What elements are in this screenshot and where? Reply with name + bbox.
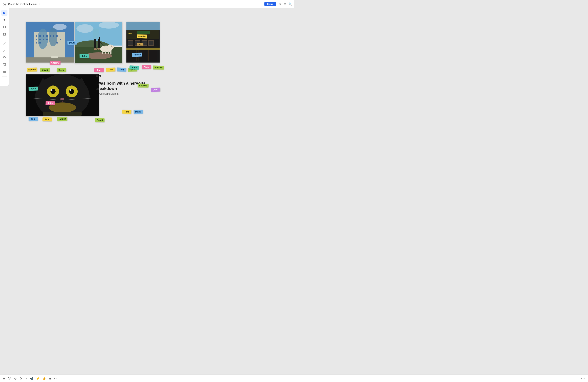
sticky-david-building-bottom2[interactable]: David [57,68,66,72]
shape-tool[interactable] [1,31,7,37]
svg-rect-28 [60,39,61,40]
svg-point-46 [112,46,114,48]
svg-text:THE: THE [128,32,132,34]
sticky-andrew-pub[interactable]: Andrew [153,65,164,69]
star-icon[interactable]: ☆ [38,3,41,5]
sticky-julie-cat-top[interactable]: Julie [29,87,38,91]
quote-section: ❝❞ I was born with a nervous breakdown —… [96,74,164,95]
sticky-julie-quote[interactable]: Julie [151,88,160,92]
svg-point-34 [99,22,119,29]
svg-rect-5 [4,64,5,65]
sticky-tom-dog3[interactable]: Tom [117,67,126,72]
svg-rect-16 [40,35,41,37]
svg-rect-3 [3,57,5,58]
sticky-natalie-cat[interactable]: Natalie [57,117,67,121]
svg-rect-25 [50,35,51,37]
select-tool[interactable] [1,10,7,16]
sticky-tom-dog2[interactable]: Tom [106,68,115,72]
svg-point-33 [77,24,93,33]
share-button[interactable]: Share [264,2,276,6]
svg-rect-19 [36,39,37,40]
sticky-david-quote-bottom[interactable]: David [95,118,105,122]
quote-attribution: — Yves Saint Laurent [96,92,164,95]
svg-rect-49 [108,51,109,54]
svg-rect-8 [3,72,4,73]
sticky-tom-dog1[interactable]: Tom [94,68,104,72]
svg-point-77 [69,89,71,91]
sticky-julie-dog[interactable]: Julie [80,54,89,58]
svg-rect-56 [137,31,150,34]
sticky-natalie-pub-top[interactable]: Natalie [137,34,147,38]
svg-rect-7 [5,71,5,72]
sticky-tom-quote[interactable]: Tom [122,110,131,114]
sticky-tom-pub[interactable]: Tom [142,65,151,69]
title-area: Guess the artist ice breaker ☆ ↑ [8,3,43,5]
text-tool[interactable]: T [1,17,7,23]
search-icon[interactable]: 🔍 [289,2,292,6]
svg-rect-22 [46,39,48,40]
sticky-andrew-quote[interactable]: Andrew [138,84,148,87]
svg-rect-63 [148,49,157,61]
cat-image [26,74,99,116]
svg-point-14 [49,28,57,46]
svg-rect-18 [46,35,48,37]
sticky-julie-cat-mid[interactable]: Julie [45,101,55,105]
header: Guess the artist ice breaker ☆ ↑ Share ⚙… [0,0,294,8]
comment-tool[interactable] [1,55,7,61]
svg-rect-29 [56,42,58,43]
sticky-david-building-bottom1[interactable]: David [40,68,50,72]
svg-rect-1 [3,33,5,35]
more-tools[interactable]: ··· [1,78,7,84]
svg-rect-27 [56,35,58,37]
frame-tool[interactable] [1,62,7,68]
svg-rect-6 [3,71,4,72]
sticky-natalie-building[interactable]: Natalie [27,67,37,72]
sticky-julie-pub[interactable]: Julie [129,65,139,70]
svg-rect-9 [5,72,5,73]
sticky-tom-cat2[interactable]: Tom [42,117,52,122]
svg-rect-38 [94,37,96,49]
pen-tool[interactable] [1,47,7,54]
canvas: THE PIES [9,8,294,191]
svg-rect-64 [126,48,160,50]
svg-point-76 [51,89,53,91]
svg-rect-48 [105,51,106,54]
left-toolbar: T ··· [0,8,9,86]
home-button[interactable] [2,2,7,6]
svg-text:PIES: PIES [137,43,141,45]
sticky-david-building-top[interactable]: David [67,41,77,45]
svg-rect-15 [36,35,37,37]
sticky-andrew-building[interactable]: Andrew [50,61,61,65]
svg-rect-42 [93,29,99,39]
sticky-tom-cat1[interactable]: Tom [29,117,38,121]
svg-line-2 [3,42,5,44]
sticky-david-quote[interactable]: David [134,110,143,114]
pub-image: THE PIES [126,22,160,63]
svg-point-41 [97,48,101,50]
svg-point-78 [60,98,64,100]
export-icon[interactable]: ↑ [42,3,43,5]
svg-rect-57 [128,41,133,45]
svg-rect-86 [43,112,82,116]
svg-rect-39 [98,37,100,49]
svg-rect-21 [43,39,44,40]
svg-rect-20 [40,39,41,40]
sticky-natalie-pub-mid[interactable]: Natalie [132,53,142,57]
svg-rect-24 [40,42,41,43]
svg-rect-4 [3,64,6,66]
line-tool[interactable] [1,40,7,46]
present-icon[interactable]: ◎ [284,2,286,6]
svg-rect-31 [51,56,58,58]
building-image [26,22,74,63]
svg-rect-23 [36,42,37,43]
svg-rect-26 [53,35,54,37]
svg-point-40 [94,48,97,50]
note-tool[interactable] [1,24,7,30]
document-title: Guess the artist ice breaker [8,3,37,5]
svg-rect-17 [43,35,44,37]
quote-marks: ❝❞ [96,74,164,80]
svg-rect-60 [148,41,154,45]
component-tool[interactable] [1,69,7,75]
customize-icon[interactable]: ⚙ [279,2,281,6]
svg-rect-50 [110,51,111,54]
